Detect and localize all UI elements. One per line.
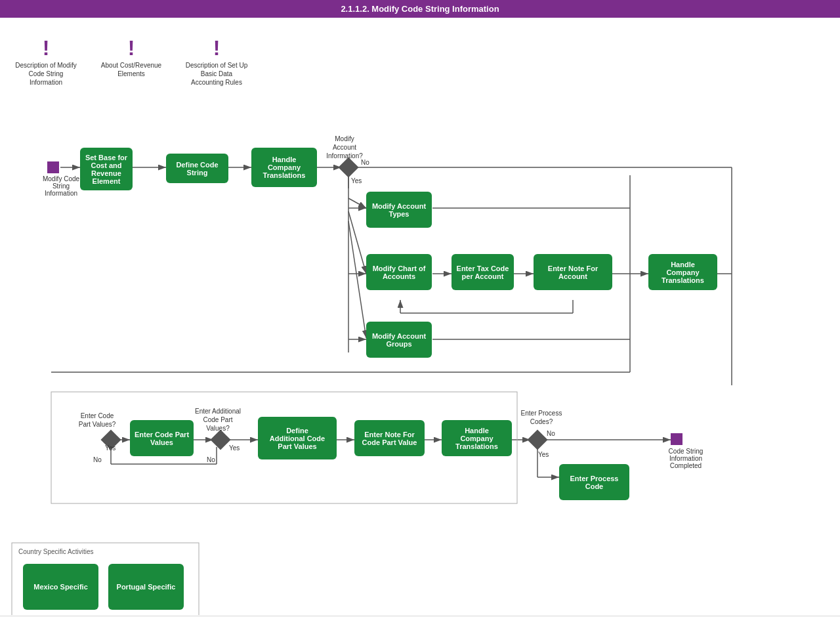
- define-additional-node[interactable]: DefineAdditional CodePart Values: [258, 417, 337, 459]
- icon-label-2: About Cost/Revenue Elements: [98, 61, 164, 78]
- handle-trans1-node[interactable]: HandleCompanyTranslations: [251, 148, 317, 187]
- handle-trans2-node[interactable]: HandleCompanyTranslations: [648, 254, 717, 290]
- modify-acct-info-diamond: [338, 157, 358, 177]
- enter-process-node[interactable]: Enter ProcessCode: [559, 464, 629, 500]
- yes-label-3: Yes: [229, 444, 240, 452]
- enter-additional-label: Enter AdditionalCode PartValues?: [188, 407, 247, 433]
- modify-acct-info-label: ModifyAccountInformation?: [318, 135, 371, 160]
- enter-process-diamond: [527, 429, 547, 450]
- yes-label-1: Yes: [351, 177, 362, 184]
- svg-line-10: [348, 221, 366, 338]
- yes-label-4: Yes: [538, 451, 549, 458]
- no-label-1: No: [361, 159, 369, 166]
- enter-code-part-node[interactable]: Enter Code PartValues: [130, 420, 194, 456]
- icon-description-modify: ! Description of Modify Code String Info…: [13, 37, 79, 87]
- portugal-specific-node[interactable]: Portugal Specific: [108, 564, 184, 610]
- exclamation-icon-2: !: [128, 37, 135, 58]
- completed-label: Code StringInformationCompleted: [656, 448, 715, 469]
- modify-chart-node[interactable]: Modify Chart ofAccounts: [366, 254, 432, 290]
- icon-label-1: Description of Modify Code String Inform…: [13, 61, 79, 87]
- exclamation-icon-3: !: [213, 37, 220, 58]
- set-base-node[interactable]: Set Base forCost andRevenueElement: [80, 148, 133, 190]
- define-code-node[interactable]: Define CodeString: [166, 154, 228, 183]
- svg-line-8: [348, 198, 366, 208]
- icon-description-setup: ! Description of Set Up Basic Data Accou…: [184, 37, 249, 87]
- enter-code-part-label: Enter CodePart Values?: [71, 412, 123, 429]
- enter-process-label: Enter ProcessCodes?: [515, 409, 568, 426]
- flow-arrows: [0, 18, 840, 615]
- modify-acct-types-node[interactable]: Modify AccountTypes: [366, 192, 432, 228]
- page-title: 2.1.1.2. Modify Code String Information: [0, 0, 840, 18]
- modify-start-node: [47, 161, 59, 173]
- no-label-2: No: [93, 456, 102, 463]
- exclamation-icon-1: !: [43, 37, 50, 58]
- enter-tax-node[interactable]: Enter Tax Codeper Account: [452, 254, 514, 290]
- icon-label-3: Description of Set Up Basic Data Account…: [184, 61, 249, 87]
- mexico-specific-node[interactable]: Mexico Specific: [23, 564, 98, 610]
- no-label-4: No: [547, 430, 555, 437]
- icon-row: ! Description of Modify Code String Info…: [13, 37, 249, 87]
- icon-about-cost: ! About Cost/Revenue Elements: [98, 37, 164, 78]
- yes-label-2: Yes: [105, 444, 116, 452]
- main-canvas: ! Description of Modify Code String Info…: [0, 18, 840, 615]
- end-node: [671, 433, 682, 445]
- modify-grp-node[interactable]: Modify AccountGroups: [366, 322, 432, 358]
- no-label-3: No: [207, 456, 215, 463]
- enter-note-acct-node[interactable]: Enter Note ForAccount: [534, 254, 612, 290]
- handle-trans3-node[interactable]: HandleCompanyTranslations: [442, 420, 512, 456]
- enter-note-part-node[interactable]: Enter Note ForCode Part Value: [354, 420, 425, 456]
- svg-line-9: [348, 211, 366, 274]
- country-specific-label: Country Specific Activities: [18, 548, 94, 555]
- enter-additional-diamond: [210, 429, 230, 450]
